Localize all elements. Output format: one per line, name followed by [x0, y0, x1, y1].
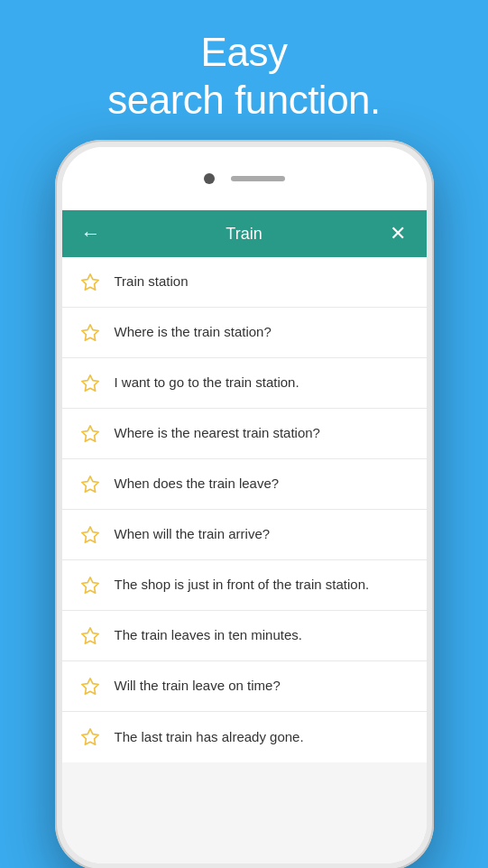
phone-top-bar	[62, 147, 427, 210]
list-item[interactable]: Will the train leave on time?	[62, 661, 427, 712]
app-screen: ← Train ✕ Train station Where is the tra…	[62, 210, 427, 863]
item-text: Where is the nearest train station?	[115, 424, 320, 442]
star-icon[interactable]	[78, 675, 102, 698]
svg-marker-4	[81, 476, 97, 491]
phone-shell: ← Train ✕ Train station Where is the tra…	[55, 140, 434, 868]
svg-marker-6	[81, 577, 97, 592]
svg-marker-2	[81, 374, 97, 390]
svg-marker-1	[81, 324, 97, 339]
app-title: Train	[226, 225, 262, 244]
app-header: ← Train ✕	[62, 210, 427, 257]
back-button[interactable]: ←	[78, 222, 104, 245]
star-icon[interactable]	[78, 321, 102, 345]
item-text: The train leaves in ten minutes.	[115, 626, 302, 644]
item-text: Train station	[115, 272, 189, 291]
item-text: When does the train leave?	[115, 475, 280, 493]
list-item[interactable]: Where is the train station?	[62, 308, 427, 358]
list-item[interactable]: Train station	[62, 257, 427, 308]
item-text: The last train has already gone.	[115, 728, 304, 746]
list-item[interactable]: When does the train leave?	[62, 459, 427, 510]
star-icon[interactable]	[78, 725, 102, 749]
svg-marker-0	[81, 273, 97, 289]
list-item[interactable]: When will the train arrive?	[62, 510, 427, 560]
list-item[interactable]: I want to go to the train station.	[62, 358, 427, 409]
item-text: I want to go to the train station.	[115, 374, 299, 392]
star-icon[interactable]	[78, 271, 102, 294]
headline-line1: Easy	[201, 30, 288, 74]
list-item[interactable]: The last train has already gone.	[62, 712, 427, 762]
list-item[interactable]: The train leaves in ten minutes.	[62, 611, 427, 661]
svg-marker-9	[81, 729, 97, 744]
svg-marker-7	[81, 627, 97, 642]
list-item[interactable]: Where is the nearest train station?	[62, 409, 427, 459]
svg-marker-5	[81, 526, 97, 541]
headline: Easy search function.	[0, 0, 488, 143]
page-background: Easy search function. ← Train ✕	[0, 0, 488, 143]
star-icon[interactable]	[78, 624, 102, 648]
list-item[interactable]: The shop is just in front of the train s…	[62, 560, 427, 611]
star-icon[interactable]	[78, 523, 102, 547]
item-text: Will the train leave on time?	[115, 677, 281, 695]
star-icon[interactable]	[78, 422, 102, 446]
svg-marker-3	[81, 425, 97, 440]
svg-marker-8	[81, 678, 97, 693]
close-button[interactable]: ✕	[385, 222, 410, 245]
star-icon[interactable]	[78, 574, 102, 597]
results-list: Train station Where is the train station…	[62, 257, 427, 762]
item-text: When will the train arrive?	[115, 525, 271, 543]
speaker-icon	[231, 176, 285, 181]
headline-line2: search function.	[107, 78, 381, 122]
item-text: Where is the train station?	[115, 323, 272, 341]
star-icon[interactable]	[78, 473, 102, 496]
star-icon[interactable]	[78, 372, 102, 395]
item-text: The shop is just in front of the train s…	[115, 576, 370, 594]
camera-icon	[204, 173, 215, 184]
phone-inner: ← Train ✕ Train station Where is the tra…	[62, 147, 427, 863]
